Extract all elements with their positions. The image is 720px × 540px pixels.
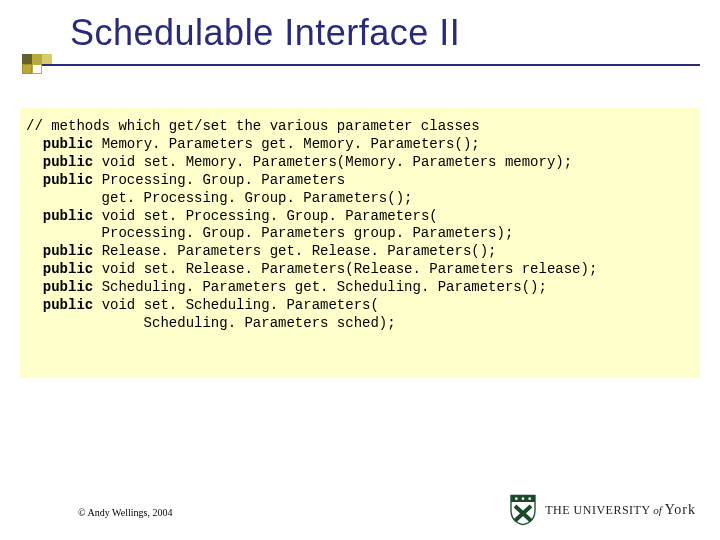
code-keyword: public (43, 136, 93, 152)
page-title: Schedulable Interface II (70, 12, 460, 54)
code-keyword: public (43, 208, 93, 224)
code-keyword: public (43, 279, 93, 295)
title-underline (22, 64, 700, 66)
shield-icon (509, 494, 537, 526)
svg-point-1 (515, 497, 518, 500)
code-comment: // methods which get/set the various par… (26, 118, 480, 134)
copyright-text: © Andy Wellings, 2004 (78, 507, 172, 518)
svg-point-3 (529, 497, 532, 500)
code-keyword: public (43, 172, 93, 188)
code-keyword: public (43, 297, 93, 313)
decorative-squares (22, 48, 64, 82)
code-block: // methods which get/set the various par… (20, 108, 700, 378)
code-keyword: public (43, 154, 93, 170)
code-keyword: public (43, 243, 93, 259)
university-logo: THE UNIVERSITY of York (509, 494, 696, 526)
code-keyword: public (43, 261, 93, 277)
svg-point-2 (522, 497, 525, 500)
university-name: THE UNIVERSITY of York (545, 502, 696, 518)
